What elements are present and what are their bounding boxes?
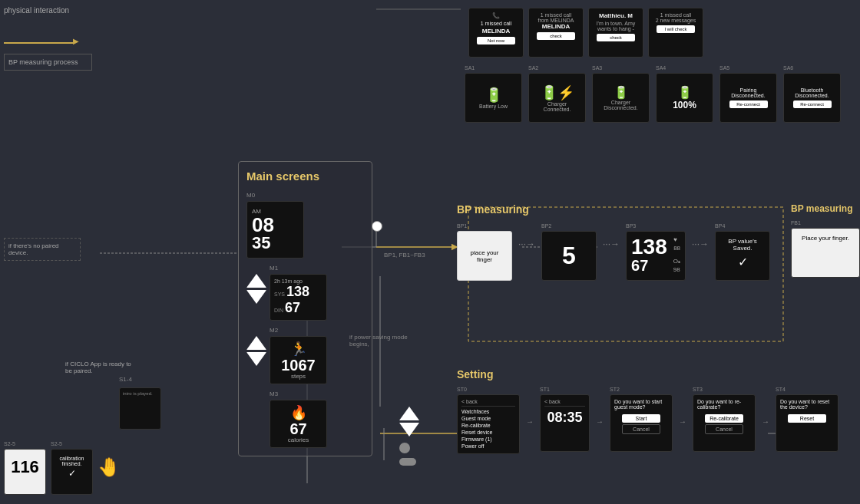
sa5-card: Pairing Disconnected. Re-connect [719, 73, 777, 123]
m3-card: 🔥 67 calories [270, 400, 327, 448]
st2-confirm-btn[interactable]: Start [622, 414, 660, 423]
sa6-id: SA6 [783, 65, 841, 71]
m3-calories-label: calories [274, 436, 322, 443]
sa5-btn[interactable]: Re-connect [729, 100, 768, 108]
fb-title: BP measuring [791, 203, 860, 214]
sa6-btn[interactable]: Re-connect [793, 100, 832, 108]
setting-down-arrow[interactable] [399, 423, 419, 436]
m2-card: 🏃 1067 steps [270, 336, 327, 384]
st2-cancel-btn[interactable]: Cancel [622, 424, 660, 434]
st3-question: Do you want to re-calibrate? [697, 399, 751, 410]
fb1-text: Place your finger. [798, 235, 853, 242]
bp-screens-row: BP1 place your finger ···→ BP2 5 ···→ BP… [457, 223, 779, 281]
m3-icon: 🔥 [274, 404, 322, 421]
m2-id: M2 [270, 327, 327, 334]
bp3-card: 138 ♥ 88 67 O₂ 98 [626, 231, 686, 281]
bp4-text: BP value's Saved. [722, 238, 763, 252]
m1-sys-value: 138 [286, 284, 309, 300]
m2-icon: 🏃 [274, 341, 322, 357]
sa1-card: 🔋 Battery Low [465, 73, 522, 123]
up-arrow-btn-2[interactable] [246, 336, 266, 350]
bp2-number: 5 [562, 242, 576, 270]
s1-4-card: intro is played. [119, 387, 161, 430]
notif-4-line1: 1 missed call [653, 12, 699, 18]
sa4-card: 🔋 100% [656, 73, 713, 123]
s2-5b-card: calibration finished. ✓ [51, 449, 93, 495]
st4-id: ST4 [776, 387, 838, 392]
st4-confirm-btn[interactable]: Reset [788, 414, 826, 423]
down-arrow-btn[interactable] [246, 290, 266, 304]
fb1-id: FB1 [791, 220, 860, 226]
bp1-bp2-arrow: ···→ [518, 239, 535, 249]
st0-firmware: Firmware (1) [461, 436, 515, 443]
st3-card: Do you want to re-calibrate? Re-calibrat… [693, 394, 756, 452]
bp4-card: BP value's Saved. ✓ [715, 231, 770, 281]
notif-1-name: 📞 [473, 12, 519, 19]
st0-recalibrate: Re-calibrate [461, 422, 515, 429]
sa4-id: SA4 [656, 65, 713, 71]
setting-pill [399, 458, 416, 466]
bp2-card: 5 [541, 231, 597, 281]
setting-up-arrow[interactable] [399, 407, 419, 420]
notif-2-btn[interactable]: check [537, 32, 575, 40]
setting-section: Setting ST0 < back Watchfaces Guest mode… [457, 368, 860, 454]
st3-st4-arrow: → [762, 417, 769, 426]
st0-st1-arrow: → [526, 417, 534, 426]
bp3-perc: 98 [673, 266, 680, 273]
bp3-id: BP3 [626, 223, 686, 229]
notif-3-line1: I'm in town. Amy wants to hang - [593, 21, 639, 31]
gold-arrow-line: ▶ [4, 42, 73, 44]
notif-1-name2: MELINDA [473, 28, 519, 35]
sa-screens-row: SA1 🔋 Battery Low SA2 🔋⚡ Charger Connect… [465, 65, 841, 123]
notif-1-line1: 1 missed call [473, 21, 519, 26]
sa3-card: 🔋 Charger Disconnected. [592, 73, 650, 123]
up-arrow-btn[interactable] [246, 274, 266, 288]
m0-hour: 08 [252, 215, 299, 235]
st0-id: ST0 [457, 387, 520, 392]
setting-screens-row: ST0 < back Watchfaces Guest mode Re-cali… [457, 387, 860, 454]
no-paired-device-text: if there's no paired device. [4, 238, 81, 261]
s2-5-number: 116 [8, 457, 42, 477]
notif-4-btn[interactable]: I will check [657, 25, 695, 33]
m1-din-value: 67 [285, 300, 300, 316]
st1-st2-arrow: → [596, 417, 604, 426]
sa3-text: Charger Disconnected. [597, 100, 645, 110]
notif-3-name: Matthieu. M [593, 12, 639, 19]
st3-cancel-btn[interactable]: Cancel [705, 424, 743, 434]
notif-1-btn[interactable]: Not now [477, 37, 515, 44]
down-arrow-btn-2[interactable] [246, 352, 266, 366]
bp-process-box: BP measuring process [4, 54, 92, 71]
sa1-id: SA1 [465, 65, 522, 71]
s1-4-label: S1-4 [119, 376, 132, 383]
sa3-id: SA3 [592, 65, 650, 71]
ciclo-ready-text: if CICLO App is ready to be paired. [65, 361, 134, 374]
s2-5-area: S2-5 116 S2-5 calibration finished. ✓ 🤚 [4, 441, 121, 495]
m3-calories: 67 [274, 421, 322, 436]
fb1-card: Place your finger. [791, 228, 860, 278]
st2-st3-arrow: → [679, 417, 686, 426]
bp3-sys: 138 [631, 236, 667, 258]
bp1-card: place your finger [457, 231, 512, 281]
notif-3-btn[interactable]: check [597, 34, 635, 41]
main-screens-section: Main screens M0 AM 08 35 M1 2h [238, 161, 372, 456]
notif-card-4: 1 missed call 2 new messages I will chec… [648, 8, 703, 58]
st0-resetdevice: Reset device [461, 429, 515, 436]
sa1-icon: 🔋 [485, 87, 502, 104]
m1-ago: 2h 13m ago [274, 278, 322, 284]
setting-title: Setting [457, 368, 860, 380]
bp1-fb1-fb3-label: BP1, FB1~FB3 [384, 252, 425, 259]
sa4-text: 100% [673, 100, 696, 110]
notif-card-2: 1 missed call from MELINDA MELINDA check [528, 8, 584, 58]
m2-steps: 1067 [274, 357, 322, 373]
st0-guestmode: Guest mode [461, 415, 515, 422]
m2-steps-label: steps [274, 373, 322, 380]
circle-connector-1 [372, 221, 382, 232]
st0-poweroff: Power off [461, 443, 515, 450]
st2-id: ST2 [610, 387, 673, 392]
m1-din-label: DIN [274, 308, 283, 313]
m1-card: 2h 13m ago SYS 138 DIN 67 [270, 274, 327, 321]
st2-question: Do you want to start guest mode? [614, 399, 668, 410]
setting-nav-arrows [399, 407, 419, 466]
st3-confirm-btn[interactable]: Re-calibrate [705, 414, 743, 423]
st1-back: < back [544, 399, 585, 407]
